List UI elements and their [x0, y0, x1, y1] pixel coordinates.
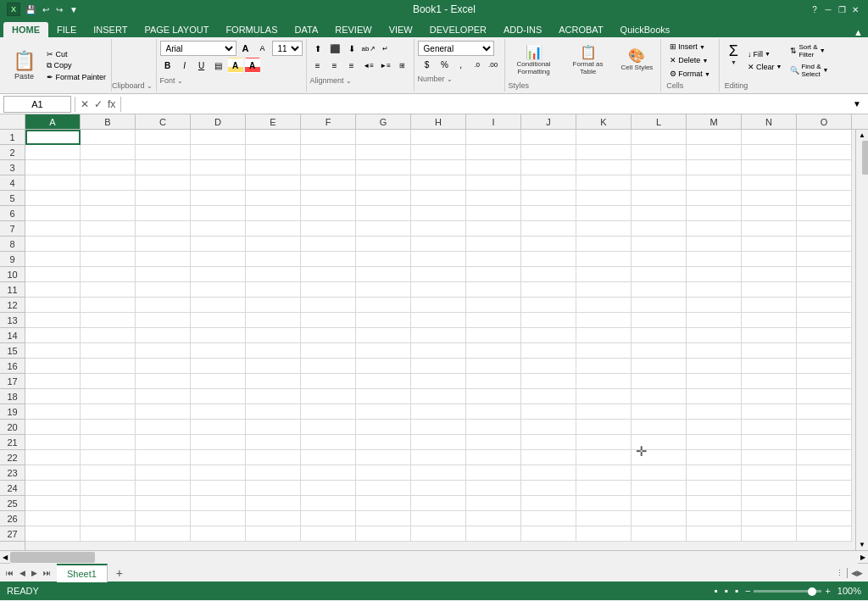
zoom-in-button[interactable]: +: [825, 586, 830, 596]
clipboard-expander[interactable]: ⌄: [147, 82, 153, 90]
cell-N24[interactable]: [742, 481, 797, 496]
cell-M24[interactable]: [687, 481, 742, 496]
cell-I16[interactable]: [466, 359, 521, 374]
cell-F17[interactable]: [301, 374, 356, 389]
cell-E26[interactable]: [246, 511, 301, 526]
font-family-select[interactable]: Arial: [160, 41, 236, 56]
cell-F22[interactable]: [301, 450, 356, 465]
cell-E7[interactable]: [246, 221, 301, 237]
cell-A7[interactable]: [25, 221, 81, 237]
row-header-8[interactable]: 8: [0, 237, 25, 252]
row-header-26[interactable]: 26: [0, 511, 25, 526]
cell-C14[interactable]: [136, 328, 191, 343]
font-color-button[interactable]: A: [245, 58, 260, 73]
cell-B1[interactable]: [81, 130, 136, 145]
cell-B14[interactable]: [81, 328, 136, 343]
cell-I14[interactable]: [466, 328, 521, 343]
merge-center-button[interactable]: ⊞: [395, 58, 410, 73]
cell-M6[interactable]: [687, 206, 742, 221]
cell-F9[interactable]: [301, 252, 356, 267]
cell-H21[interactable]: [411, 435, 466, 450]
cell-F10[interactable]: [301, 267, 356, 282]
cell-M11[interactable]: [687, 282, 742, 298]
cell-L14[interactable]: [632, 328, 687, 343]
cell-C25[interactable]: [136, 496, 191, 511]
cell-N3[interactable]: [742, 160, 797, 175]
cell-F23[interactable]: [301, 465, 356, 481]
cell-A9[interactable]: [25, 252, 81, 267]
row-header-9[interactable]: 9: [0, 252, 25, 267]
formula-function-button[interactable]: fx: [106, 98, 117, 110]
cell-M21[interactable]: [687, 435, 742, 450]
cell-L22[interactable]: [632, 450, 687, 465]
save-qat-button[interactable]: 💾: [24, 5, 37, 14]
cell-I12[interactable]: [466, 298, 521, 313]
cell-J26[interactable]: [521, 511, 576, 526]
cell-C19[interactable]: [136, 404, 191, 420]
cell-G2[interactable]: [356, 145, 411, 160]
row-header-3[interactable]: 3: [0, 160, 25, 175]
row-header-7[interactable]: 7: [0, 221, 25, 237]
cell-M13[interactable]: [687, 313, 742, 328]
delete-cells-button[interactable]: ✕ Delete ▼: [666, 54, 713, 66]
sheet-tab-sheet1[interactable]: Sheet1: [57, 564, 108, 582]
cell-K11[interactable]: [576, 282, 632, 298]
col-header-G[interactable]: G: [356, 114, 411, 129]
cell-C9[interactable]: [136, 252, 191, 267]
cell-J17[interactable]: [521, 374, 576, 389]
cell-C1[interactable]: [136, 130, 191, 145]
cell-A13[interactable]: [25, 313, 81, 328]
cell-B9[interactable]: [81, 252, 136, 267]
cell-G17[interactable]: [356, 374, 411, 389]
cell-M18[interactable]: [687, 389, 742, 404]
cell-A22[interactable]: [25, 450, 81, 465]
cell-G1[interactable]: [356, 130, 411, 145]
cell-H19[interactable]: [411, 404, 466, 420]
row-header-1[interactable]: 1: [0, 130, 25, 145]
cell-O4[interactable]: [797, 175, 852, 191]
cell-F24[interactable]: [301, 481, 356, 496]
cell-A24[interactable]: [25, 481, 81, 496]
cell-B8[interactable]: [81, 237, 136, 252]
row-header-13[interactable]: 13: [0, 313, 25, 328]
cell-O18[interactable]: [797, 389, 852, 404]
cell-B20[interactable]: [81, 420, 136, 435]
cell-A5[interactable]: [25, 191, 81, 206]
cell-D14[interactable]: [191, 328, 246, 343]
cell-N20[interactable]: [742, 420, 797, 435]
formula-confirm-button[interactable]: ✓: [92, 98, 104, 110]
h-scroll-track[interactable]: [10, 551, 858, 564]
cell-H26[interactable]: [411, 511, 466, 526]
cell-L10[interactable]: [632, 267, 687, 282]
cell-N9[interactable]: [742, 252, 797, 267]
cell-B16[interactable]: [81, 359, 136, 374]
cell-J4[interactable]: [521, 175, 576, 191]
cell-K7[interactable]: [576, 221, 632, 237]
row-header-11[interactable]: 11: [0, 282, 25, 298]
cell-G18[interactable]: [356, 389, 411, 404]
cell-M23[interactable]: [687, 465, 742, 481]
cell-K20[interactable]: [576, 420, 632, 435]
tab-view[interactable]: VIEW: [381, 22, 421, 37]
cell-L24[interactable]: [632, 481, 687, 496]
cell-C23[interactable]: [136, 465, 191, 481]
cell-L25[interactable]: [632, 496, 687, 511]
cell-J20[interactable]: [521, 420, 576, 435]
cell-D15[interactable]: [191, 343, 246, 359]
cell-D13[interactable]: [191, 313, 246, 328]
cell-G23[interactable]: [356, 465, 411, 481]
cell-J25[interactable]: [521, 496, 576, 511]
cell-D24[interactable]: [191, 481, 246, 496]
cell-O3[interactable]: [797, 160, 852, 175]
cell-N13[interactable]: [742, 313, 797, 328]
horizontal-scrollbar[interactable]: ◀ ▶: [0, 550, 868, 563]
cell-K10[interactable]: [576, 267, 632, 282]
cell-M26[interactable]: [687, 511, 742, 526]
cell-G27[interactable]: [356, 526, 411, 542]
cell-G13[interactable]: [356, 313, 411, 328]
col-header-N[interactable]: N: [742, 114, 797, 129]
sheet-next-button[interactable]: ▶: [29, 567, 40, 579]
cell-L1[interactable]: [632, 130, 687, 145]
zoom-slider[interactable]: [754, 590, 821, 593]
align-middle-button[interactable]: ⬛: [327, 41, 342, 56]
